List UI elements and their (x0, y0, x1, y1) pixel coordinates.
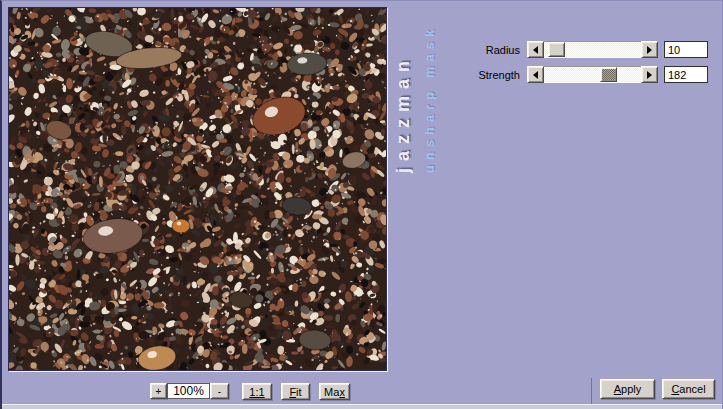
zoom-out-button[interactable]: - (210, 383, 229, 399)
filter-name-vertical: unsharp mask (422, 3, 437, 173)
zoom-in-button[interactable]: + (150, 383, 167, 399)
preview-image[interactable] (9, 8, 386, 370)
preview-frame (8, 7, 387, 371)
apply-button[interactable]: Apply (600, 379, 655, 399)
radius-slider (527, 41, 658, 58)
strength-scroll-left-button[interactable] (527, 66, 544, 83)
arrow-right-icon (647, 46, 652, 54)
strength-slider-thumb[interactable] (600, 67, 617, 82)
cancel-button[interactable]: Cancel (662, 379, 715, 399)
brand-title-vertical: jazzman (393, 23, 414, 173)
radius-scroll-left-button[interactable] (527, 41, 544, 58)
zoom-level-display: 100% (167, 383, 210, 399)
fit-button[interactable]: Fit (281, 383, 310, 400)
radius-scroll-right-button[interactable] (641, 41, 658, 58)
strength-slider (527, 66, 658, 83)
strength-label: Strength (454, 68, 520, 82)
strength-value-input[interactable] (664, 66, 708, 83)
radius-slider-thumb[interactable] (548, 42, 565, 57)
radius-value-input[interactable] (664, 41, 708, 58)
arrow-left-icon (533, 46, 538, 54)
bottom-edge-strip (2, 404, 722, 409)
divider-line (591, 378, 592, 405)
strength-slider-track[interactable] (544, 66, 641, 83)
plugin-dialog: jazzman unsharp mask Radius Strength + 1… (0, 0, 723, 409)
radius-label: Radius (454, 43, 520, 57)
strength-scroll-right-button[interactable] (641, 66, 658, 83)
radius-slider-track[interactable] (544, 41, 641, 58)
max-button[interactable]: Max (319, 383, 350, 400)
arrow-right-icon (647, 71, 652, 79)
arrow-left-icon (533, 71, 538, 79)
actual-size-button[interactable]: 1:1 (242, 383, 272, 400)
